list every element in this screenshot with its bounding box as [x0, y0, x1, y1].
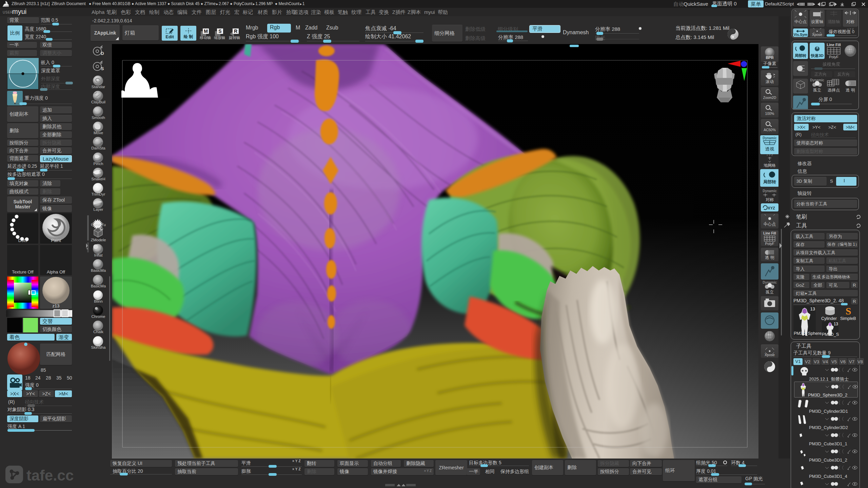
svg-text:tafe.cc: tafe.cc — [26, 467, 74, 484]
svg-text:中心点: 中心点 — [764, 222, 776, 227]
svg-text:Chalk: Chalk — [93, 330, 103, 334]
svg-text:分屏 0: 分屏 0 — [818, 97, 832, 102]
svg-text:Standar: Standar — [92, 85, 105, 89]
svg-text:选择点: 选择点 — [828, 88, 840, 93]
svg-text:Chrome: Chrome — [92, 314, 105, 319]
svg-text:PolyF: PolyF — [765, 242, 774, 246]
svg-text:D: D — [101, 51, 104, 56]
svg-text:AC50%: AC50% — [764, 128, 776, 132]
svg-text:Pinch: Pinch — [94, 162, 103, 166]
svg-text:对称: 对称 — [766, 197, 774, 202]
svg-text:BasicMa: BasicMa — [91, 284, 106, 288]
svg-text:透视: 透视 — [765, 146, 774, 151]
svg-text:滚动: 滚动 — [766, 79, 774, 84]
svg-text:× Y Z: × Y Z — [766, 154, 773, 157]
svg-text:SnakeH: SnakeH — [92, 177, 105, 181]
svg-text:DamSta: DamSta — [91, 146, 105, 150]
svg-text:孤立: 孤立 — [765, 290, 774, 294]
svg-text:Blinn: Blinn — [94, 299, 103, 303]
svg-text:局部转: 局部转 — [794, 54, 807, 58]
svg-text:地网格: 地网格 — [764, 163, 776, 168]
svg-text:PolyF: PolyF — [829, 55, 839, 59]
svg-text:Line Fill: Line Fill — [763, 231, 776, 235]
svg-text:正方向: 正方向 — [814, 72, 827, 77]
svg-text:XYZ: XYZ — [768, 206, 775, 210]
svg-text:100%: 100% — [765, 111, 774, 116]
svg-text:拔模角度: 拔模角度 — [822, 62, 840, 67]
svg-text:R: R — [234, 28, 237, 34]
svg-text:Dynamic: Dynamic — [810, 78, 824, 82]
svg-text:透 明: 透 明 — [765, 255, 774, 260]
svg-text:BasicMa: BasicMa — [91, 268, 106, 272]
svg-text:Dynamic: Dynamic — [763, 189, 777, 193]
svg-text:CurveTu: CurveTu — [91, 223, 106, 227]
svg-text:Move: Move — [94, 131, 103, 135]
svg-text:Inflat: Inflat — [94, 253, 103, 257]
svg-text:Zoom2D: Zoom2D — [763, 96, 776, 100]
svg-text:局部转: 局部转 — [763, 180, 776, 184]
svg-text:M: M — [204, 28, 208, 34]
svg-text:孤立: 孤立 — [813, 88, 821, 93]
svg-text:Layer: Layer — [94, 207, 103, 211]
svg-text:Smooth: Smooth — [92, 116, 105, 120]
svg-text:反方向: 反方向 — [837, 72, 850, 77]
svg-text:BPR: BPR — [766, 56, 773, 60]
svg-text:透 明: 透 明 — [846, 88, 855, 93]
svg-text:TrimDyr: TrimDyr — [92, 192, 105, 196]
svg-text:S: S — [846, 306, 851, 317]
svg-text:SkinSha: SkinSha — [91, 345, 106, 349]
svg-text:快速3D: 快速3D — [810, 54, 824, 58]
svg-text:子像素: 子像素 — [763, 61, 776, 66]
svg-text:S: S — [218, 28, 221, 34]
svg-text:ClayBuil: ClayBuil — [91, 100, 105, 104]
svg-text:S: S — [101, 66, 104, 71]
svg-text:Xpose: Xpose — [765, 353, 775, 357]
svg-text:Dynamic: Dynamic — [763, 136, 777, 140]
svg-text:ZModele: ZModele — [91, 238, 106, 242]
